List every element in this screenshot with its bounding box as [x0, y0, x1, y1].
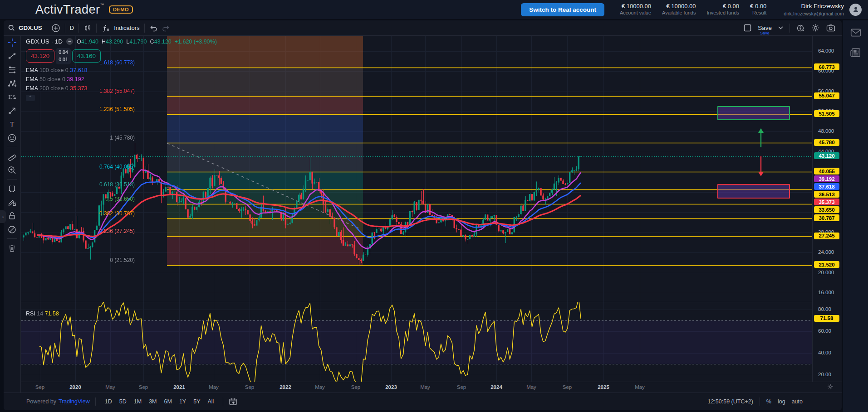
trend-line-tool[interactable] — [6, 50, 19, 63]
remove-drawings-trash-tool[interactable] — [6, 242, 19, 254]
settings-gear-icon[interactable] — [811, 24, 820, 32]
chevron-down-icon[interactable] — [778, 26, 783, 29]
ohlc-values: O41.940 H43.290 L41.790 C43.120 +1.620 (… — [77, 39, 217, 45]
range-button-1m[interactable]: 1M — [130, 397, 145, 407]
interval-button[interactable]: D — [70, 24, 74, 31]
demo-badge: DEMO — [109, 5, 133, 14]
rsi-axis-tick: 80.00 — [818, 306, 831, 312]
watchlist-expander-tab[interactable]: › — [0, 210, 6, 223]
ema-100-legend: EMA 100 close 0 37.618 — [26, 67, 217, 73]
time-axis-label: Sep — [245, 384, 254, 390]
time-axis-label: May — [635, 384, 645, 390]
spread-display: 0.040.01 — [56, 48, 70, 64]
price-axis-tick: 48.000 — [818, 128, 834, 134]
lock-all-tool[interactable] — [6, 209, 19, 222]
buy-ask-button[interactable]: 43.160 — [72, 49, 101, 63]
camera-snapshot-icon[interactable] — [826, 24, 835, 32]
price-axis-tick: 64.000 — [818, 48, 834, 53]
mail-icon[interactable] — [850, 27, 862, 39]
switch-to-real-account-button[interactable]: Switch to Real account — [521, 3, 604, 16]
price-axis-badge: 37.618 — [814, 183, 839, 190]
range-button-1d[interactable]: 1D — [101, 397, 116, 407]
tradingview-link[interactable]: TradingView — [59, 398, 90, 405]
app-logo: ActivTrader™ — [35, 3, 104, 17]
arrow-marker-tool[interactable] — [6, 104, 19, 117]
fib-retracement-tool[interactable] — [6, 63, 19, 76]
layout-select-icon[interactable] — [744, 24, 751, 32]
time-axis-label: Sep — [563, 384, 572, 390]
user-avatar[interactable] — [849, 4, 862, 16]
change-value: +1.620 (+3.90%) — [175, 39, 217, 45]
person-icon — [852, 6, 859, 13]
price-axis[interactable]: 64.00060.00056.00052.00048.00044.00028.0… — [812, 36, 842, 382]
time-axis-label: 2024 — [490, 384, 502, 390]
rsi-legend: RSI 14 71.58 — [26, 310, 59, 317]
price-axis-badge: 43.120 — [814, 152, 839, 159]
price-axis-badge: 39.192 — [814, 175, 839, 182]
trademark: ™ — [100, 3, 105, 7]
compare-add-icon[interactable] — [51, 24, 60, 33]
fx-icon — [101, 24, 110, 32]
time-axis-label: May — [209, 384, 219, 390]
price-axis-badge: 55.047 — [814, 92, 839, 99]
crosshair-tool[interactable] — [6, 36, 19, 49]
time-axis-label: Sep — [35, 384, 44, 390]
emoji-tool[interactable] — [6, 131, 19, 144]
chart-type-candles-icon[interactable] — [83, 24, 92, 32]
price-axis-badge: 33.650 — [814, 206, 839, 213]
legend-collapse-chevron[interactable]: ⌃ — [26, 95, 35, 101]
time-axis-label: Sep — [351, 384, 360, 390]
range-button-all[interactable]: All — [204, 397, 218, 407]
legend-symbol-title: GDX.US · 1D — [26, 38, 63, 45]
sell-bid-button[interactable]: 43.120 — [26, 49, 54, 63]
drawing-lock-tool[interactable] — [6, 196, 19, 208]
range-button-6m[interactable]: 6M — [161, 397, 176, 407]
time-axis-label: May — [420, 384, 430, 390]
news-icon[interactable] — [850, 47, 862, 58]
axis-settings-gear-icon[interactable] — [827, 383, 834, 390]
projection-tool[interactable] — [6, 91, 19, 103]
time-axis-label: 2025 — [598, 384, 609, 390]
quick-alert-icon[interactable] — [796, 24, 805, 32]
pattern-tool[interactable] — [6, 77, 19, 90]
range-button-3m[interactable]: 3M — [145, 397, 160, 407]
legend-collapse-button[interactable]: – — [66, 38, 73, 45]
zoom-in-tool[interactable] — [6, 164, 19, 176]
price-axis-badge: 60.773 — [814, 63, 839, 70]
available-funds-stat: € 10000.00Available funds — [662, 3, 696, 16]
time-axis-label: Sep — [457, 384, 466, 390]
search-icon — [8, 24, 15, 31]
range-button-5d[interactable]: 5D — [116, 397, 130, 407]
time-axis-label: May — [315, 384, 325, 390]
auto-scale-button[interactable]: auto — [792, 398, 803, 405]
undo-button[interactable] — [149, 24, 158, 32]
go-to-date-calendar-icon[interactable] — [229, 397, 237, 406]
indicators-button[interactable]: Indicators — [97, 24, 144, 32]
hide-drawings-tool[interactable] — [6, 223, 19, 236]
price-axis-badge: 40.055 — [814, 168, 839, 174]
price-axis-badge: 21.520 — [814, 261, 839, 268]
range-button-5y[interactable]: 5Y — [190, 397, 204, 407]
price-axis-badge: 51.505 — [814, 110, 839, 117]
clock-display[interactable]: 12:50:59 (UTC+2) — [707, 398, 753, 405]
magnet-tool[interactable] — [6, 182, 19, 195]
price-axis-badge: 35.373 — [814, 199, 839, 205]
symbol-search-button[interactable]: GDX.US — [19, 24, 42, 31]
percent-scale-button[interactable]: % — [766, 398, 771, 405]
price-axis-tick: 20.000 — [818, 270, 834, 275]
time-axis[interactable]: Sep2020MaySep2021MaySep2022MaySep2023May… — [21, 382, 842, 393]
time-axis-label: 2022 — [280, 384, 291, 390]
chart-widget: GDX.US D Indicators — [4, 20, 842, 410]
price-axis-tick: 16.000 — [818, 290, 834, 295]
price-axis-tick: 24.000 — [818, 249, 834, 255]
range-button-1y[interactable]: 1Y — [176, 397, 190, 407]
text-tool[interactable]: T — [6, 118, 19, 131]
redo-button[interactable] — [162, 24, 170, 32]
bottom-bar: Powered by TradingView 1D5D1M3M6M1Y5YAll… — [4, 393, 842, 410]
time-axis-label: 2023 — [385, 384, 397, 390]
price-axis-badge: 36.513 — [814, 191, 839, 198]
right-sidebar — [843, 20, 868, 412]
save-layout-button[interactable]: Save Save — [758, 24, 772, 31]
log-scale-button[interactable]: log — [778, 398, 785, 405]
measure-tool[interactable] — [6, 150, 19, 163]
